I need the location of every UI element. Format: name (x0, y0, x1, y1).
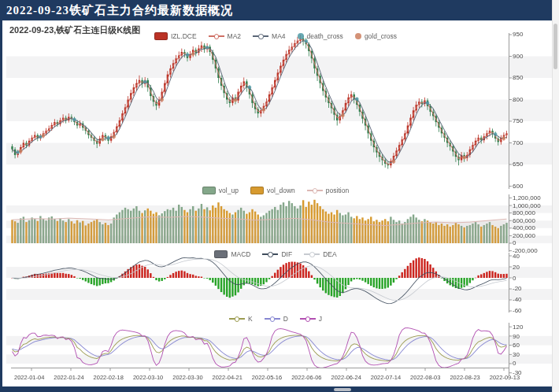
volume-y-axis-labels: 1,200,0001,000,000800,000600,000400,0002… (513, 194, 541, 254)
price-legend: IZL.DCEMA2MA4death_crossgold_cross (0, 31, 551, 41)
left-edge-bar (0, 20, 2, 386)
vol-down-swatch-icon (250, 187, 264, 194)
legend-item: DIF (262, 250, 292, 258)
axis-tick-label: 650 (513, 161, 523, 168)
d-swatch-icon (265, 316, 280, 322)
izl-dce-swatch-icon (154, 32, 168, 40)
ma4-swatch-icon (253, 33, 268, 39)
macd-swatch-icon (214, 250, 228, 258)
axis-tick-label: 750 (513, 117, 523, 124)
legend-label: MA4 (272, 32, 285, 40)
legend-label: vol_down (267, 187, 295, 194)
axis-tick-label: 20 (513, 264, 522, 271)
axis-tick-label: -60 (513, 307, 522, 314)
page-title: 2022-09-23铁矿石主力合约最新数据概况 (0, 3, 233, 18)
volume-legend: vol_upvol_downposition (0, 186, 551, 195)
legend-item: D (265, 315, 288, 323)
legend-label: K (248, 315, 253, 323)
legend-label: J (319, 315, 322, 323)
date-axis-labels: 2022-01-042022-01-242022-02-182022-03-10… (9, 374, 524, 381)
k-swatch-icon (229, 316, 245, 322)
legend-label: IZL.DCE (171, 32, 197, 40)
axis-tick-label: 800 (513, 96, 523, 103)
axis-tick-label: 600,000 (513, 217, 541, 224)
date-label: 2022-04-21 (208, 374, 247, 381)
position-swatch-icon (307, 187, 323, 194)
date-label: 2022-01-24 (49, 374, 88, 381)
legend-item: gold_cross (355, 32, 397, 40)
legend-item: J (300, 315, 322, 323)
macd-y-axis-labels: 40200-20-40-60 (513, 253, 522, 314)
axis-tick-label: 0 (513, 239, 541, 246)
axis-tick-label: 850 (513, 74, 523, 81)
legend-label: vol_up (219, 187, 239, 194)
date-label: 2022-08-23 (445, 374, 484, 381)
dea-swatch-icon (304, 251, 320, 257)
date-label: 2022-01-04 (9, 374, 49, 381)
legend-item: vol_up (202, 187, 239, 194)
date-label: 2022-06-24 (327, 374, 366, 381)
legend-label: death_cross (307, 32, 343, 40)
legend-label: DEA (323, 250, 336, 258)
date-label: 2022-03-10 (128, 374, 168, 381)
legend-item: MACD (214, 250, 250, 258)
axis-tick-label: 400,000 (513, 224, 541, 231)
legend-label: D (283, 315, 288, 323)
legend-label: gold_cross (365, 32, 397, 40)
j-swatch-icon (300, 316, 316, 322)
date-label: 2022-03-30 (168, 374, 207, 381)
legend-item: position (307, 187, 349, 194)
horizontal-scrollbar-thumb[interactable] (334, 388, 351, 391)
axis-tick-label: 1,200,000 (513, 194, 541, 202)
axis-tick-label: 0 (513, 275, 522, 282)
ma2-swatch-icon (209, 33, 224, 39)
chart-canvas (0, 0, 559, 392)
screen: 2022-09-23铁矿石主力合约最新数据概况 2022-09-23,铁矿石主连… (0, 0, 559, 392)
axis-tick-label: -20 (513, 285, 522, 292)
death-cross-swatch-icon (298, 33, 304, 39)
date-label: 2022-07-14 (366, 374, 405, 381)
axis-tick-label: 200,000 (513, 232, 541, 239)
axis-tick-label: 0 (513, 360, 523, 367)
date-label: 2022-05-16 (247, 374, 287, 381)
axis-tick-label: 120 (513, 324, 523, 331)
legend-item: death_cross (298, 32, 343, 40)
vertical-scrollbar-thumb[interactable] (553, 24, 557, 69)
axis-tick-label: -40 (513, 296, 522, 303)
legend-item: MA2 (209, 32, 241, 40)
legend-item: vol_down (250, 187, 295, 194)
dif-swatch-icon (262, 251, 278, 257)
vol-up-swatch-icon (202, 187, 216, 194)
axis-tick-label: 1,000,000 (513, 202, 541, 209)
legend-label: MACD (231, 250, 250, 258)
kdj-legend: KDJ (0, 314, 551, 324)
horizontal-scrollbar (0, 386, 552, 392)
axis-tick-label: 40 (513, 253, 522, 260)
date-label: 2022-08-03 (405, 374, 445, 381)
legend-item: DEA (304, 250, 336, 258)
axis-tick-label: 900 (513, 53, 523, 60)
axis-tick-label: 600 (513, 183, 523, 190)
legend-item: K (229, 315, 253, 323)
axis-tick-label: 950 (513, 31, 523, 38)
legend-item: MA4 (253, 32, 285, 40)
gold-cross-swatch-icon (355, 33, 361, 39)
legend-label: MA2 (228, 32, 241, 40)
axis-tick-label: 60 (513, 342, 523, 349)
date-label: 2022-09-13 (485, 374, 524, 381)
title-bar: 2022-09-23铁矿石主力合约最新数据概况 (0, 0, 552, 20)
legend-label: position (326, 187, 349, 194)
date-label: 2022-06-06 (287, 374, 326, 381)
date-label: 2022-02-18 (89, 374, 128, 381)
axis-tick-label: 30 (513, 351, 523, 358)
axis-tick-label: 700 (513, 139, 523, 146)
legend-label: DIF (281, 250, 292, 258)
price-y-axis-labels: 950900850800750700650600 (513, 31, 523, 190)
legend-item: IZL.DCE (154, 32, 197, 40)
macd-legend: MACDDIFDEA (0, 250, 551, 259)
kdj-y-axis-labels: 1209060300-30 (513, 324, 523, 376)
axis-tick-label: 800,000 (513, 209, 541, 216)
axis-tick-label: 90 (513, 333, 523, 340)
